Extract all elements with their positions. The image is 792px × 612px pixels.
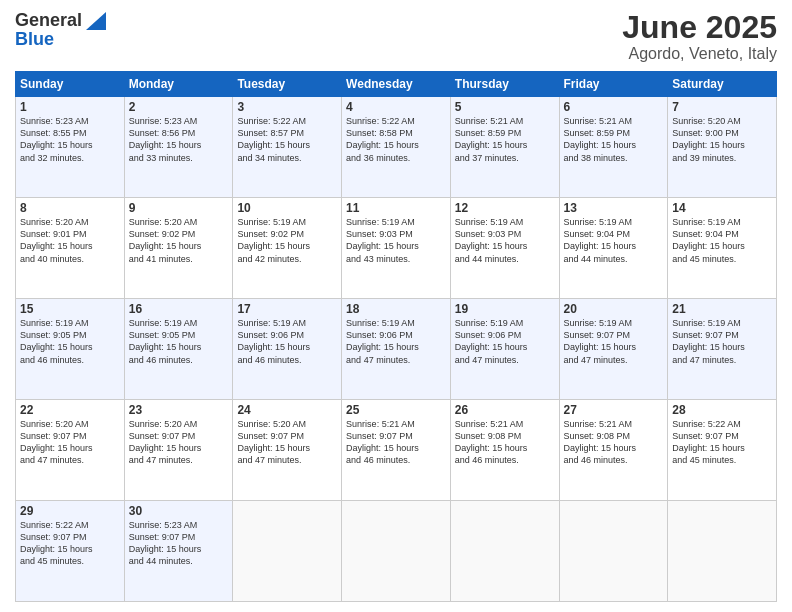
calendar-cell: 23Sunrise: 5:20 AM Sunset: 9:07 PM Dayli… bbox=[124, 400, 233, 501]
calendar-cell bbox=[668, 501, 777, 602]
calendar-cell: 22Sunrise: 5:20 AM Sunset: 9:07 PM Dayli… bbox=[16, 400, 125, 501]
logo-blue-text: Blue bbox=[15, 29, 54, 50]
day-number: 2 bbox=[129, 100, 229, 114]
col-saturday: Saturday bbox=[668, 72, 777, 97]
day-number: 27 bbox=[564, 403, 664, 417]
day-info: Sunrise: 5:19 AM Sunset: 9:02 PM Dayligh… bbox=[237, 216, 337, 265]
day-number: 4 bbox=[346, 100, 446, 114]
day-number: 10 bbox=[237, 201, 337, 215]
calendar-cell: 25Sunrise: 5:21 AM Sunset: 9:07 PM Dayli… bbox=[342, 400, 451, 501]
calendar-cell: 8Sunrise: 5:20 AM Sunset: 9:01 PM Daylig… bbox=[16, 198, 125, 299]
calendar-cell: 19Sunrise: 5:19 AM Sunset: 9:06 PM Dayli… bbox=[450, 299, 559, 400]
day-number: 15 bbox=[20, 302, 120, 316]
calendar-cell: 6Sunrise: 5:21 AM Sunset: 8:59 PM Daylig… bbox=[559, 97, 668, 198]
calendar-cell: 15Sunrise: 5:19 AM Sunset: 9:05 PM Dayli… bbox=[16, 299, 125, 400]
page: General Blue June 2025 Agordo, Veneto, I… bbox=[0, 0, 792, 612]
day-number: 16 bbox=[129, 302, 229, 316]
day-info: Sunrise: 5:19 AM Sunset: 9:07 PM Dayligh… bbox=[564, 317, 664, 366]
day-number: 17 bbox=[237, 302, 337, 316]
calendar-subtitle: Agordo, Veneto, Italy bbox=[622, 45, 777, 63]
calendar-cell: 21Sunrise: 5:19 AM Sunset: 9:07 PM Dayli… bbox=[668, 299, 777, 400]
col-tuesday: Tuesday bbox=[233, 72, 342, 97]
day-info: Sunrise: 5:23 AM Sunset: 9:07 PM Dayligh… bbox=[129, 519, 229, 568]
day-number: 1 bbox=[20, 100, 120, 114]
calendar-cell bbox=[559, 501, 668, 602]
day-info: Sunrise: 5:19 AM Sunset: 9:03 PM Dayligh… bbox=[346, 216, 446, 265]
day-number: 3 bbox=[237, 100, 337, 114]
calendar-cell: 11Sunrise: 5:19 AM Sunset: 9:03 PM Dayli… bbox=[342, 198, 451, 299]
calendar-week-4: 22Sunrise: 5:20 AM Sunset: 9:07 PM Dayli… bbox=[16, 400, 777, 501]
calendar-cell: 10Sunrise: 5:19 AM Sunset: 9:02 PM Dayli… bbox=[233, 198, 342, 299]
day-number: 24 bbox=[237, 403, 337, 417]
day-info: Sunrise: 5:20 AM Sunset: 9:02 PM Dayligh… bbox=[129, 216, 229, 265]
day-number: 21 bbox=[672, 302, 772, 316]
calendar-week-1: 1Sunrise: 5:23 AM Sunset: 8:55 PM Daylig… bbox=[16, 97, 777, 198]
calendar-cell: 5Sunrise: 5:21 AM Sunset: 8:59 PM Daylig… bbox=[450, 97, 559, 198]
day-number: 29 bbox=[20, 504, 120, 518]
day-info: Sunrise: 5:20 AM Sunset: 9:07 PM Dayligh… bbox=[129, 418, 229, 467]
calendar-cell: 12Sunrise: 5:19 AM Sunset: 9:03 PM Dayli… bbox=[450, 198, 559, 299]
day-number: 26 bbox=[455, 403, 555, 417]
day-number: 19 bbox=[455, 302, 555, 316]
day-info: Sunrise: 5:21 AM Sunset: 9:08 PM Dayligh… bbox=[455, 418, 555, 467]
title-block: June 2025 Agordo, Veneto, Italy bbox=[622, 10, 777, 63]
day-info: Sunrise: 5:19 AM Sunset: 9:06 PM Dayligh… bbox=[346, 317, 446, 366]
day-number: 9 bbox=[129, 201, 229, 215]
day-info: Sunrise: 5:21 AM Sunset: 8:59 PM Dayligh… bbox=[564, 115, 664, 164]
day-number: 13 bbox=[564, 201, 664, 215]
day-number: 18 bbox=[346, 302, 446, 316]
day-number: 20 bbox=[564, 302, 664, 316]
day-number: 8 bbox=[20, 201, 120, 215]
day-info: Sunrise: 5:19 AM Sunset: 9:05 PM Dayligh… bbox=[129, 317, 229, 366]
col-monday: Monday bbox=[124, 72, 233, 97]
col-wednesday: Wednesday bbox=[342, 72, 451, 97]
calendar-cell: 7Sunrise: 5:20 AM Sunset: 9:00 PM Daylig… bbox=[668, 97, 777, 198]
col-thursday: Thursday bbox=[450, 72, 559, 97]
calendar-cell: 29Sunrise: 5:22 AM Sunset: 9:07 PM Dayli… bbox=[16, 501, 125, 602]
calendar-cell bbox=[342, 501, 451, 602]
calendar-week-5: 29Sunrise: 5:22 AM Sunset: 9:07 PM Dayli… bbox=[16, 501, 777, 602]
day-info: Sunrise: 5:22 AM Sunset: 8:58 PM Dayligh… bbox=[346, 115, 446, 164]
calendar-cell: 26Sunrise: 5:21 AM Sunset: 9:08 PM Dayli… bbox=[450, 400, 559, 501]
calendar-cell: 4Sunrise: 5:22 AM Sunset: 8:58 PM Daylig… bbox=[342, 97, 451, 198]
logo-general-text: General bbox=[15, 10, 82, 31]
calendar-table: Sunday Monday Tuesday Wednesday Thursday… bbox=[15, 71, 777, 602]
day-info: Sunrise: 5:23 AM Sunset: 8:55 PM Dayligh… bbox=[20, 115, 120, 164]
day-info: Sunrise: 5:19 AM Sunset: 9:03 PM Dayligh… bbox=[455, 216, 555, 265]
calendar-cell bbox=[450, 501, 559, 602]
logo: General Blue bbox=[15, 10, 106, 50]
calendar-cell: 9Sunrise: 5:20 AM Sunset: 9:02 PM Daylig… bbox=[124, 198, 233, 299]
calendar-cell: 13Sunrise: 5:19 AM Sunset: 9:04 PM Dayli… bbox=[559, 198, 668, 299]
day-number: 30 bbox=[129, 504, 229, 518]
day-info: Sunrise: 5:21 AM Sunset: 9:08 PM Dayligh… bbox=[564, 418, 664, 467]
day-info: Sunrise: 5:22 AM Sunset: 9:07 PM Dayligh… bbox=[672, 418, 772, 467]
day-info: Sunrise: 5:19 AM Sunset: 9:04 PM Dayligh… bbox=[564, 216, 664, 265]
calendar-cell: 2Sunrise: 5:23 AM Sunset: 8:56 PM Daylig… bbox=[124, 97, 233, 198]
svg-marker-0 bbox=[86, 12, 106, 30]
day-number: 25 bbox=[346, 403, 446, 417]
col-friday: Friday bbox=[559, 72, 668, 97]
day-info: Sunrise: 5:19 AM Sunset: 9:04 PM Dayligh… bbox=[672, 216, 772, 265]
calendar-cell: 27Sunrise: 5:21 AM Sunset: 9:08 PM Dayli… bbox=[559, 400, 668, 501]
logo-triangle-icon bbox=[84, 12, 106, 30]
calendar-cell: 18Sunrise: 5:19 AM Sunset: 9:06 PM Dayli… bbox=[342, 299, 451, 400]
calendar-cell: 3Sunrise: 5:22 AM Sunset: 8:57 PM Daylig… bbox=[233, 97, 342, 198]
day-info: Sunrise: 5:19 AM Sunset: 9:06 PM Dayligh… bbox=[455, 317, 555, 366]
calendar-cell bbox=[233, 501, 342, 602]
day-info: Sunrise: 5:23 AM Sunset: 8:56 PM Dayligh… bbox=[129, 115, 229, 164]
day-info: Sunrise: 5:19 AM Sunset: 9:05 PM Dayligh… bbox=[20, 317, 120, 366]
day-number: 11 bbox=[346, 201, 446, 215]
day-info: Sunrise: 5:20 AM Sunset: 9:01 PM Dayligh… bbox=[20, 216, 120, 265]
day-info: Sunrise: 5:21 AM Sunset: 8:59 PM Dayligh… bbox=[455, 115, 555, 164]
calendar-cell: 17Sunrise: 5:19 AM Sunset: 9:06 PM Dayli… bbox=[233, 299, 342, 400]
header: General Blue June 2025 Agordo, Veneto, I… bbox=[15, 10, 777, 63]
day-info: Sunrise: 5:19 AM Sunset: 9:06 PM Dayligh… bbox=[237, 317, 337, 366]
calendar-cell: 14Sunrise: 5:19 AM Sunset: 9:04 PM Dayli… bbox=[668, 198, 777, 299]
day-number: 22 bbox=[20, 403, 120, 417]
day-number: 5 bbox=[455, 100, 555, 114]
day-number: 6 bbox=[564, 100, 664, 114]
day-number: 7 bbox=[672, 100, 772, 114]
day-number: 12 bbox=[455, 201, 555, 215]
calendar-cell: 1Sunrise: 5:23 AM Sunset: 8:55 PM Daylig… bbox=[16, 97, 125, 198]
day-info: Sunrise: 5:20 AM Sunset: 9:07 PM Dayligh… bbox=[237, 418, 337, 467]
